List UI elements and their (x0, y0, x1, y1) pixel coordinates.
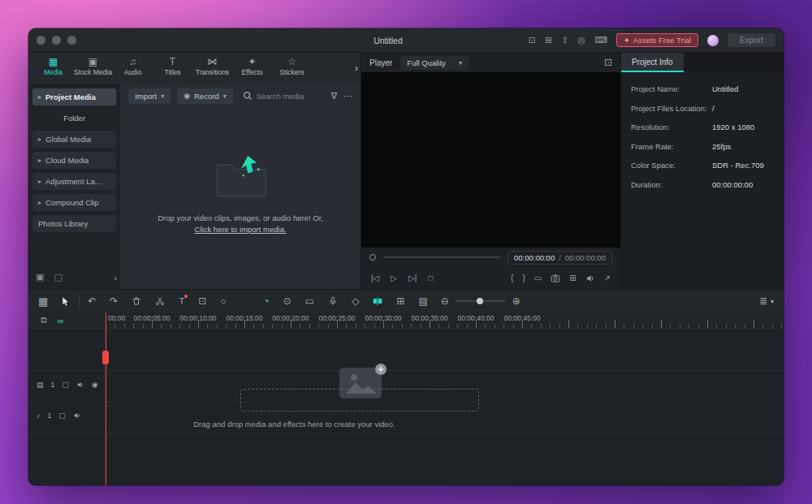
compound-clip-icon[interactable]: ⊙ (283, 295, 292, 307)
mute-audio-icon[interactable] (73, 411, 81, 420)
field-label: Project Name: (631, 84, 712, 93)
play-icon[interactable]: ▷ (391, 274, 397, 282)
pointer-tool-icon[interactable] (60, 296, 71, 307)
tab-effects[interactable]: ✦ Effects (232, 57, 272, 76)
export-button[interactable]: Export (728, 33, 775, 47)
help-icon[interactable]: ◎ (577, 36, 585, 45)
zoom-out-icon[interactable]: ⊖ (441, 295, 449, 307)
new-folder-icon[interactable]: ▣ (36, 272, 44, 282)
filter-icon[interactable]: ∇ (331, 91, 337, 101)
sidebar-item-photos-library[interactable]: Photos Library (32, 215, 116, 232)
playhead-handle[interactable] (102, 351, 109, 364)
track-manager-icon[interactable]: ≣ (759, 295, 767, 307)
tab-audio[interactable]: ♫ Audio (113, 57, 153, 76)
stop-icon[interactable]: □ (428, 274, 433, 282)
eye-visibility-icon[interactable]: ◉ (92, 381, 98, 389)
layout-blocks-icon[interactable]: ▦ (38, 295, 48, 308)
text-tool-icon[interactable]: T (179, 296, 184, 306)
stock-media-icon: ▣ (89, 57, 97, 67)
display-mode-icon[interactable]: ⊡ (604, 57, 612, 68)
trash-icon[interactable] (132, 296, 141, 306)
playhead[interactable] (106, 312, 106, 485)
chevron-down-icon[interactable]: ▾ (771, 298, 774, 305)
sidebar-item-compound-clip[interactable]: ▸ Compound Clip (32, 194, 116, 211)
video-track-lane[interactable] (28, 370, 784, 371)
sidebar-item-adjustment-layer[interactable]: ▸ Adjustment La... (32, 173, 116, 190)
project-info-panel: Project Info Project Name: Untitled Proj… (621, 53, 784, 289)
media-dropzone[interactable]: Drop your video clips, images, or audio … (120, 108, 361, 289)
upload-icon[interactable]: ⇪ (561, 36, 568, 45)
timecode-display: 00:00:00:00 / 00:00:00:00 (508, 251, 612, 265)
fullscreen-icon[interactable]: ↗ (604, 274, 611, 282)
scissors-icon[interactable] (155, 296, 165, 306)
record-button[interactable]: ◉ Record ▾ (177, 88, 233, 104)
bookmark-icon[interactable]: ▭ (305, 295, 314, 307)
scrubber-track[interactable] (383, 256, 500, 258)
zoom-slider[interactable] (456, 300, 506, 302)
mark-in-icon[interactable]: { (511, 274, 513, 282)
snapshot-camera-icon[interactable] (551, 274, 560, 283)
timeline-drop-target[interactable] (240, 389, 479, 411)
preview-viewport[interactable] (361, 72, 620, 248)
sidebar-item-folder[interactable]: Folder (32, 110, 116, 127)
maximize-window-button[interactable] (67, 36, 76, 45)
more-options-icon[interactable]: ⋯ (343, 91, 352, 101)
media-library-panel: ▦ Media ▣ Stock Media ♫ Audio T Titles ⋈ (28, 53, 361, 289)
import-folder-icon (210, 153, 270, 201)
mic-record-icon[interactable] (328, 296, 338, 306)
keyframe-icon[interactable]: ◇ (352, 295, 359, 307)
close-window-button[interactable] (37, 36, 45, 45)
collapse-sidebar-icon[interactable]: ‹ (114, 273, 118, 282)
delete-folder-icon[interactable]: ▢ (54, 272, 62, 282)
mark-out-icon[interactable]: } (522, 274, 525, 282)
speed-tool-icon[interactable]: ◔ (263, 295, 269, 307)
redo-icon[interactable]: ↷ (110, 295, 118, 307)
render-preview-icon[interactable]: ▤ (418, 295, 427, 307)
titlebar: Untitled ⊡ ⊞ ⇪ ◎ ⌨ ✦ Assets Free Trial E… (28, 28, 784, 53)
timeline-ruler[interactable]: 00:00 00:00:05:00 00:00:10:00 00:00:15:0… (106, 312, 784, 328)
crop-icon[interactable]: ⊡ (198, 295, 206, 307)
tab-audio-label: Audio (124, 68, 142, 76)
next-frame-icon[interactable]: ▷| (408, 274, 417, 282)
tab-media[interactable]: ▦ Media (33, 57, 73, 76)
tab-stock-media[interactable]: ▣ Stock Media (73, 57, 113, 76)
tab-transitions[interactable]: ⋈ Transitions (192, 57, 232, 76)
speaker-icon[interactable] (585, 274, 595, 283)
link-clips-icon[interactable]: ∞ (58, 316, 64, 325)
user-avatar[interactable] (707, 35, 719, 46)
copy-icon[interactable]: ⧉ (41, 315, 47, 325)
sidebar-item-global-media[interactable]: ▸ Global Media (32, 131, 116, 148)
import-media-link[interactable]: Click here to import media. (195, 225, 287, 234)
assets-free-trial-label: Assets Free Trial (633, 36, 691, 45)
display-icon[interactable]: ⊡ (529, 36, 536, 45)
tab-stickers[interactable]: ☆ Stickers (272, 57, 312, 76)
apps-icon[interactable]: ⊞ (545, 36, 552, 45)
mute-track-icon[interactable] (76, 381, 84, 389)
zoom-slider-knob[interactable] (477, 298, 483, 304)
previous-frame-icon[interactable]: |◁ (371, 274, 379, 282)
tab-titles[interactable]: T Titles (153, 57, 192, 76)
tab-project-info[interactable]: Project Info (621, 53, 684, 72)
timeline-tracks[interactable]: ▤ 1 ▢ ◉ ♪ 1 ▢ (28, 329, 784, 485)
film-icon: ▤ (37, 381, 44, 389)
sidebar-item-project-media[interactable]: ▸ Project Media (32, 88, 116, 106)
scrubber-handle[interactable] (369, 254, 376, 261)
assets-free-trial-button[interactable]: ✦ Assets Free Trial (616, 33, 698, 47)
import-button[interactable]: Import ▾ (128, 88, 171, 104)
folder-icon[interactable]: ▢ (62, 381, 69, 389)
quality-dropdown[interactable]: Full Quality ▾ (400, 56, 469, 70)
sidebar-item-cloud-media[interactable]: ▸ Cloud Media (32, 152, 116, 169)
folder-icon[interactable]: ▢ (58, 411, 66, 420)
tab-overflow-icon[interactable]: › (355, 62, 358, 74)
minimize-window-button[interactable] (52, 36, 61, 45)
keyboard-icon[interactable]: ⌨ (594, 36, 607, 45)
zoom-in-icon[interactable]: ⊕ (512, 295, 520, 307)
marker-icon[interactable]: ▭ (534, 274, 542, 282)
mask-icon[interactable]: ○ (220, 295, 226, 307)
grid-overlay-icon[interactable]: ⊞ (569, 274, 576, 282)
split-clip-icon[interactable] (373, 296, 382, 306)
add-clip-icon[interactable]: ⊞ (396, 295, 404, 307)
tab-stickers-label: Stickers (279, 68, 304, 76)
search-input[interactable] (257, 92, 325, 101)
undo-icon[interactable]: ↶ (88, 295, 96, 307)
